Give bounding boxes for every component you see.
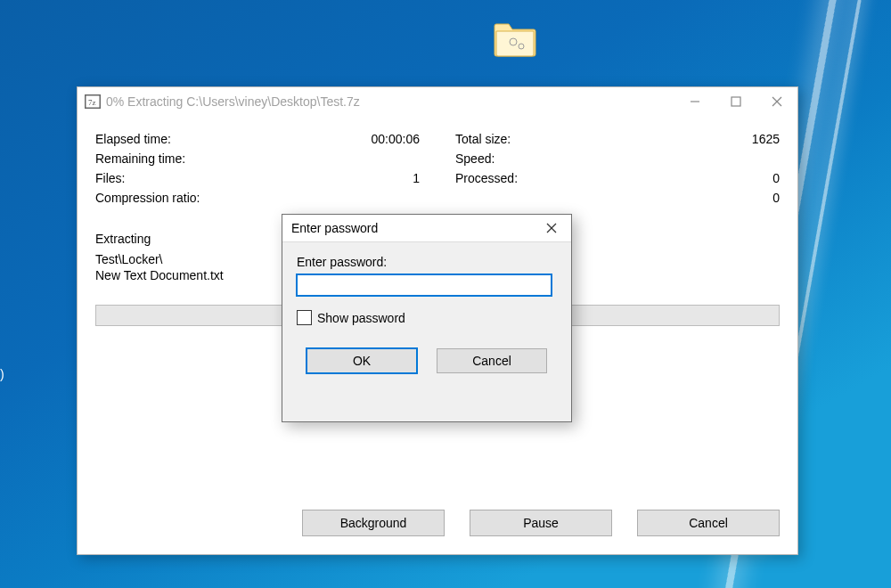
stat-value xyxy=(366,191,420,205)
desktop-folder-icon[interactable] xyxy=(493,20,537,61)
stat-value: 1 xyxy=(366,171,420,185)
stat-value xyxy=(366,151,420,166)
ok-button[interactable]: OK xyxy=(307,348,417,373)
stat-row: Elapsed time:00:00:06 xyxy=(95,132,420,146)
titlebar[interactable]: 7z 0% Extracting C:\Users\viney\Desktop\… xyxy=(78,87,797,116)
background-button[interactable]: Background xyxy=(302,510,445,536)
sevenzip-icon: 7z xyxy=(85,94,101,109)
stat-label: Speed: xyxy=(455,151,726,166)
stat-row: Remaining time: xyxy=(95,151,420,166)
dialog-cancel-button[interactable]: Cancel xyxy=(437,348,547,373)
password-field-label: Enter password: xyxy=(297,255,557,269)
close-button[interactable] xyxy=(756,87,797,116)
stat-label: Elapsed time: xyxy=(95,132,366,146)
stat-label: Processed: xyxy=(455,171,726,185)
stat-label xyxy=(455,191,726,205)
dialog-titlebar[interactable]: Enter password xyxy=(282,215,571,242)
stat-row: 0 xyxy=(455,191,780,205)
stat-value: 1625 xyxy=(726,132,780,146)
desktop: ) 7z 0% Extracting C:\Users\viney\Deskto… xyxy=(0,0,891,588)
stat-value xyxy=(726,151,780,166)
svg-rect-6 xyxy=(732,97,740,106)
minimize-button[interactable] xyxy=(674,87,715,116)
maximize-button[interactable] xyxy=(715,87,756,116)
enter-password-dialog: Enter password Enter password: Show pass… xyxy=(282,214,572,422)
stat-row: Speed: xyxy=(455,151,780,166)
stat-label: Files: xyxy=(95,171,366,185)
pause-button[interactable]: Pause xyxy=(470,510,612,536)
stat-value: 00:00:06 xyxy=(366,132,420,146)
svg-text:7z: 7z xyxy=(88,98,96,107)
truncated-text: ) xyxy=(0,367,4,381)
stat-row: Processed:0 xyxy=(455,171,780,185)
cancel-button[interactable]: Cancel xyxy=(637,510,780,536)
stats-left-column: Elapsed time:00:00:06 Remaining time: Fi… xyxy=(95,132,420,205)
stat-label: Remaining time: xyxy=(95,151,366,166)
show-password-checkbox[interactable] xyxy=(297,310,312,325)
show-password-label[interactable]: Show password xyxy=(317,311,405,325)
stat-label: Compression ratio: xyxy=(95,191,366,205)
stat-row: Total size:1625 xyxy=(455,132,780,146)
stat-row: Files:1 xyxy=(95,171,420,185)
stat-label: Total size: xyxy=(455,132,726,146)
dialog-title: Enter password xyxy=(282,221,532,235)
stat-value: 0 xyxy=(726,171,780,185)
stats-right-column: Total size:1625 Speed: Processed:0 0 xyxy=(455,132,780,205)
password-input[interactable] xyxy=(297,274,552,296)
close-icon[interactable] xyxy=(532,215,571,241)
stat-value: 0 xyxy=(726,191,780,205)
stat-row: Compression ratio: xyxy=(95,191,420,205)
window-title: 0% Extracting C:\Users\viney\Desktop\Tes… xyxy=(106,94,674,109)
